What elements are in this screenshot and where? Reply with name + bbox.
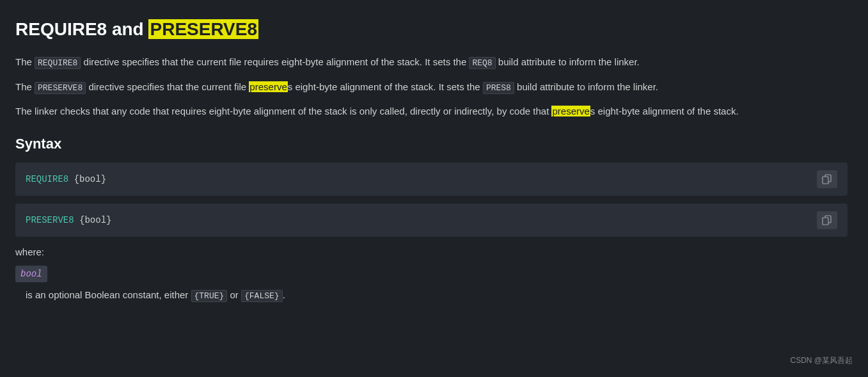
page-title: REQUIRE8 and PRESERVE8 [15, 15, 848, 44]
code-block-preserve8-content: PRESERVE8 {bool} [26, 213, 817, 227]
code-block-require8: REQUIRE8 {bool} [15, 163, 848, 196]
require8-keyword: REQUIRE8 [26, 174, 68, 184]
require8-params: {bool} [68, 174, 106, 184]
watermark: CSDN @某风吾起 [790, 355, 853, 367]
false-code: {FALSE} [241, 290, 283, 302]
bool-badge: bool [15, 266, 47, 282]
where-label: where: [15, 245, 848, 261]
copy-require8-button[interactable] [817, 170, 837, 188]
syntax-heading: Syntax [15, 132, 848, 155]
preserve8-params: {bool} [74, 215, 112, 225]
code-block-require8-content: REQUIRE8 {bool} [26, 172, 817, 186]
preserve-highlight-1: preserve [249, 81, 287, 92]
preserve-highlight-2: preserve [551, 106, 590, 116]
preserve8-keyword: PRESERVE8 [26, 215, 74, 225]
copy-icon-2 [822, 215, 832, 225]
req8-inline-code: REQ8 [469, 57, 495, 69]
paragraph-3: The linker checks that any code that req… [15, 104, 848, 120]
preserve8-inline-code-1: PRESERVE8 [35, 82, 86, 94]
svg-rect-3 [823, 218, 828, 225]
title-highlight: PRESERVE8 [148, 19, 258, 39]
code-block-preserve8: PRESERVE8 {bool} [15, 204, 848, 237]
pres8-inline-code: PRES8 [483, 82, 514, 94]
paragraph-2: The PRESERVE8 directive specifies that t… [15, 79, 848, 95]
svg-rect-1 [823, 177, 828, 184]
paragraph-1: The REQUIRE8 directive specifies that th… [15, 54, 848, 70]
title-plain: REQUIRE8 and [15, 19, 148, 39]
true-code: {TRUE} [191, 290, 228, 302]
copy-icon [822, 174, 832, 184]
require8-inline-code-1: REQUIRE8 [35, 57, 81, 69]
bool-description: is an optional Boolean constant, either … [15, 287, 848, 303]
copy-preserve8-button[interactable] [817, 211, 837, 229]
